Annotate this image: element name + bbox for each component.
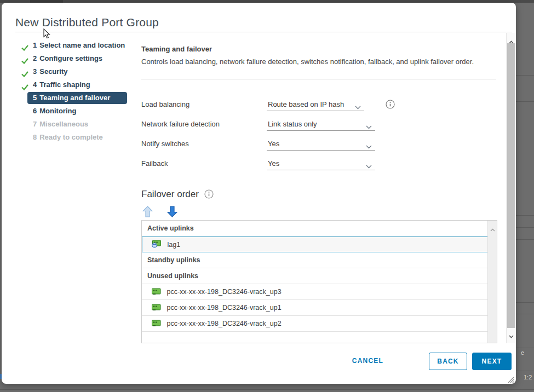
uplink-group-header-active: Active uplinks bbox=[142, 221, 497, 237]
uplink-group-header-unused: Unused uplinks bbox=[142, 268, 497, 284]
selected-value: Route based on IP hash bbox=[268, 100, 344, 108]
failover-order-heading: Failover order bbox=[141, 189, 214, 201]
background-row-line bbox=[516, 314, 534, 314]
step-label: Teaming and failover bbox=[39, 94, 110, 102]
step-number: 1 bbox=[33, 41, 37, 49]
step-label: Miscellaneous bbox=[39, 120, 88, 128]
selected-value: Yes bbox=[268, 159, 279, 168]
form-row-notify-switches: Notify switches Yes bbox=[141, 138, 399, 150]
failover-order-title: Failover order bbox=[141, 189, 199, 199]
field-label: Notify switches bbox=[141, 140, 189, 148]
step-label: Select name and location bbox=[39, 41, 125, 49]
form-row-failback: Failback Yes bbox=[141, 158, 399, 170]
wizard-step-7: 7Miscellaneous bbox=[2, 118, 139, 131]
background-row-line bbox=[516, 75, 534, 76]
wizard-step-1[interactable]: 1Select name and location bbox=[2, 39, 139, 52]
move-down-icon[interactable] bbox=[167, 206, 177, 220]
step-label: Security bbox=[39, 67, 67, 76]
uplink-group-header-standby: Standby uplinks bbox=[142, 252, 497, 268]
chevron-down-icon bbox=[355, 103, 361, 111]
step-number: 6 bbox=[33, 107, 37, 115]
uplink-item-up2[interactable]: pcc-xx-xx-xx-198_DC3246-vrack_up2 bbox=[142, 316, 497, 332]
content-scrollbar[interactable] bbox=[506, 33, 515, 343]
background-row-line bbox=[516, 101, 534, 102]
nic-icon bbox=[152, 289, 163, 297]
step-number: 7 bbox=[33, 120, 37, 128]
step-number: 2 bbox=[33, 54, 37, 62]
field-label: Network failure detection bbox=[141, 120, 220, 128]
wizard-step-6[interactable]: 6Monitoring bbox=[2, 105, 139, 118]
failover-move-toolbar bbox=[142, 206, 190, 220]
background-row-line bbox=[516, 239, 534, 240]
new-distributed-port-group-dialog: New Distributed Port Group 1Select name … bbox=[2, 3, 516, 384]
wizard-step-5-active[interactable]: 5Teaming and failover bbox=[27, 92, 127, 104]
dialog-footer: CANCEL BACK NEXT bbox=[2, 353, 514, 371]
step-label: Monitoring bbox=[39, 107, 76, 115]
selected-value: Yes bbox=[268, 140, 279, 148]
uplink-name: pcc-xx-xx-xx-198_DC3246-vrack_up1 bbox=[166, 304, 281, 312]
step-label: Ready to complete bbox=[39, 133, 103, 141]
mouse-cursor-icon bbox=[43, 28, 50, 41]
info-icon[interactable] bbox=[386, 100, 395, 111]
step-number: 8 bbox=[33, 133, 37, 141]
load-balancing-select[interactable]: Route based on IP hash bbox=[267, 99, 364, 111]
title-divider bbox=[15, 32, 512, 32]
step-label: Configure settings bbox=[39, 54, 102, 62]
move-up-icon[interactable] bbox=[142, 206, 153, 220]
wizard-step-8: 8Ready to complete bbox=[2, 131, 139, 144]
scrollbar-thumb[interactable] bbox=[507, 43, 515, 328]
form-row-network-failure-detection: Network failure detection Link status on… bbox=[141, 118, 399, 130]
scroll-up-icon[interactable] bbox=[490, 224, 495, 234]
info-icon[interactable] bbox=[204, 189, 214, 201]
scroll-down-icon[interactable] bbox=[509, 331, 514, 341]
field-label: Load balancing bbox=[141, 100, 190, 108]
uplink-name: pcc-xx-xx-xx-198_DC3246-vrack_up2 bbox=[166, 320, 281, 327]
background-row-line bbox=[516, 348, 534, 348]
background-row-line bbox=[516, 371, 534, 371]
next-button[interactable]: NEXT bbox=[472, 353, 512, 370]
background-row-line bbox=[516, 215, 534, 216]
background-text-fragment: 1:2 bbox=[524, 374, 532, 381]
uplink-item-up1[interactable]: pcc-xx-xx-xx-198_DC3246-vrack_up1 bbox=[142, 300, 497, 316]
step-number: 4 bbox=[33, 80, 37, 89]
dialog-title: New Distributed Port Group bbox=[15, 16, 159, 29]
background-row-line bbox=[516, 302, 534, 303]
wizard-steps-nav: 1Select name and location 2Configure set… bbox=[2, 39, 139, 144]
wizard-step-4[interactable]: 4Traffic shaping bbox=[2, 78, 139, 91]
step-label: Traffic shaping bbox=[39, 80, 90, 89]
step-number: 5 bbox=[33, 94, 37, 102]
step-number: 3 bbox=[33, 67, 37, 76]
wizard-step-3[interactable]: 3Security bbox=[2, 65, 139, 78]
failback-select[interactable]: Yes bbox=[267, 158, 375, 170]
form-row-load-balancing: Load balancing Route based on IP hash bbox=[141, 99, 399, 111]
uplink-name: lag1 bbox=[167, 241, 180, 249]
uplink-list-scrollbar[interactable] bbox=[487, 221, 497, 343]
page-heading: Teaming and failover bbox=[141, 45, 212, 53]
nic-icon bbox=[152, 305, 163, 313]
lag-icon bbox=[152, 242, 163, 250]
background-bottom-line bbox=[0, 389, 534, 390]
chevron-down-icon bbox=[366, 123, 372, 131]
section-divider bbox=[141, 79, 496, 79]
chevron-down-icon bbox=[366, 162, 372, 170]
uplink-item-up3[interactable]: pcc-xx-xx-xx-198_DC3246-vrack_up3 bbox=[142, 284, 497, 300]
nic-icon bbox=[152, 321, 163, 328]
back-button[interactable]: BACK bbox=[429, 353, 467, 370]
network-failure-detection-select[interactable]: Link status only bbox=[267, 118, 375, 131]
field-label: Failback bbox=[141, 159, 168, 168]
selected-value: Link status only bbox=[268, 120, 317, 128]
dialog-resize-handle[interactable] bbox=[507, 376, 514, 385]
uplink-item-lag1[interactable]: lag1 bbox=[142, 237, 497, 252]
uplink-name: pcc-xx-xx-xx-198_DC3246-vrack_up3 bbox=[166, 288, 281, 296]
background-text-fragment: e bbox=[521, 349, 524, 356]
wizard-step-2[interactable]: 2Configure settings bbox=[2, 52, 139, 65]
chevron-down-icon bbox=[366, 142, 372, 151]
background-row-line bbox=[516, 227, 534, 228]
notify-switches-select[interactable]: Yes bbox=[267, 138, 375, 151]
cancel-button[interactable]: CANCEL bbox=[352, 357, 383, 365]
failover-order-list: Active uplinks lag1 Standby uplinks Unus… bbox=[141, 220, 497, 343]
page-description: Controls load balancing, network failure… bbox=[141, 55, 498, 68]
